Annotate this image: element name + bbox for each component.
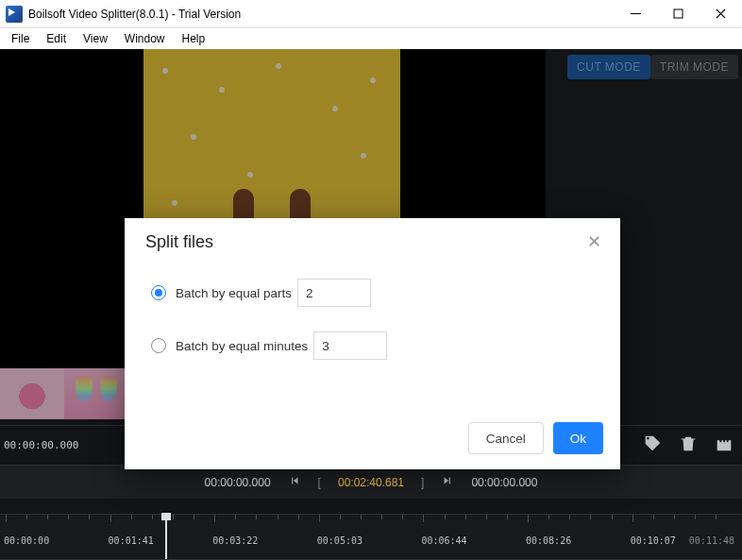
window-title: Boilsoft Video Splitter(8.0.1) - Trial V…	[28, 8, 241, 21]
castle-icon[interactable]	[714, 433, 734, 458]
timeline-ruler[interactable]: 00:00:0000:01:4100:03:2200:05:0300:06:44…	[0, 514, 742, 559]
label-equal-minutes: Batch by equal minutes	[176, 339, 308, 353]
svg-rect-1	[674, 9, 683, 18]
titlebar: Boilsoft Video Splitter(8.0.1) - Trial V…	[0, 0, 742, 28]
maximize-button[interactable]	[657, 0, 700, 28]
dialog-title: Split files	[145, 232, 213, 252]
radio-equal-minutes[interactable]	[151, 338, 166, 353]
total-duration: 00:11:48	[689, 535, 734, 546]
menu-window[interactable]: Window	[117, 30, 173, 47]
minimize-button[interactable]	[615, 0, 657, 28]
dialog-close-button[interactable]: ✕	[587, 231, 601, 252]
svg-rect-0	[631, 13, 641, 14]
playhead[interactable]	[165, 515, 167, 559]
cut-mode-button[interactable]: CUT MODE	[567, 55, 650, 79]
scrub-start-time: 00:00:00.000	[4, 439, 78, 451]
mode-panel: CUT MODE TRIM MODE	[567, 55, 738, 79]
ruler-label: 00:03:22	[212, 535, 258, 546]
time-bar: 00:00:00.000 [ 00:02:40.681 ] 00:00:00.0…	[0, 465, 742, 499]
close-button[interactable]	[700, 0, 742, 28]
menu-file[interactable]: File	[4, 30, 37, 47]
label-equal-parts: Batch by equal parts	[176, 286, 292, 300]
app-icon	[6, 6, 23, 23]
input-equal-parts[interactable]: 2	[297, 279, 371, 307]
ruler-label: 00:08:26	[526, 535, 571, 546]
thumbnail[interactable]	[64, 368, 128, 419]
tag-icon[interactable]	[642, 433, 663, 458]
next-keyframe-icon[interactable]	[441, 474, 454, 490]
range-start: 00:00:00.000	[205, 476, 271, 489]
ruler-label: 00:00:00	[4, 535, 49, 546]
menu-edit[interactable]: Edit	[39, 30, 74, 47]
ruler-label: 00:06:44	[421, 535, 466, 546]
ruler-label: 00:05:03	[317, 535, 363, 546]
menu-help[interactable]: Help	[175, 30, 213, 47]
thumbnail-strip	[0, 368, 128, 419]
menubar: File Edit View Window Help	[0, 28, 742, 49]
radio-equal-parts[interactable]	[151, 285, 166, 300]
ok-button[interactable]: Ok	[553, 422, 603, 454]
cancel-button[interactable]: Cancel	[468, 422, 544, 454]
prev-keyframe-icon[interactable]	[288, 474, 301, 490]
range-end: 00:00:00.000	[471, 476, 537, 489]
ruler-label: 00:10:07	[631, 535, 676, 546]
bracket-open: [	[318, 476, 321, 489]
input-equal-minutes[interactable]: 3	[313, 331, 387, 360]
thumbnail[interactable]	[0, 368, 64, 419]
menu-view[interactable]: View	[76, 30, 115, 47]
trash-icon[interactable]	[678, 433, 699, 458]
workspace: CUT MODE TRIM MODE 00:00:00.000 00:11:47…	[0, 49, 742, 514]
ruler-label: 00:01:41	[109, 535, 154, 546]
split-files-dialog: Split files ✕ Batch by equal parts 2 Bat…	[125, 218, 620, 469]
bracket-close: ]	[421, 476, 424, 489]
current-time: 00:02:40.681	[338, 476, 404, 489]
trim-mode-button[interactable]: TRIM MODE	[650, 55, 738, 79]
